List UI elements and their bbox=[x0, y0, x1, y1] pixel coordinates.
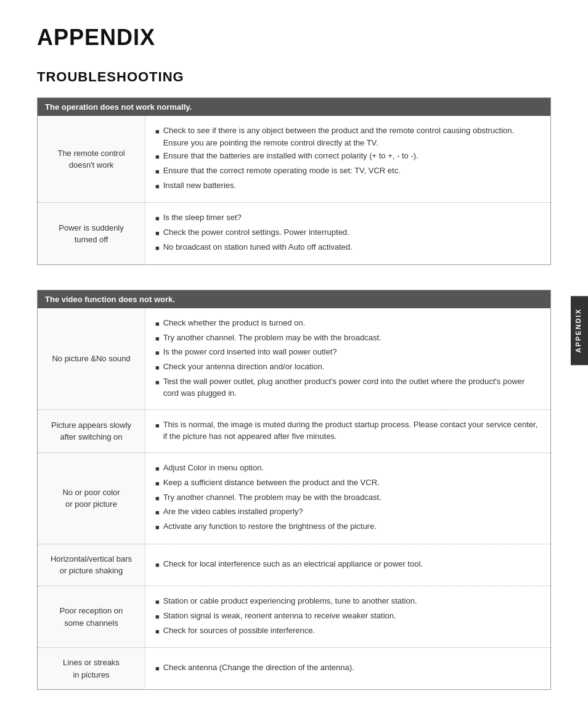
solution-item: ■Try another channel. The problem may be… bbox=[155, 491, 541, 505]
bullet-icon: ■ bbox=[155, 318, 160, 330]
table-operation: The operation does not work normally. Th… bbox=[37, 97, 551, 265]
solution-text: Keep a sufficient distance between the p… bbox=[163, 477, 380, 489]
table-row-solutions: ■Adjust Color in menu option.■Keep a suf… bbox=[145, 453, 551, 544]
solution-item: ■Activate any function to restore the br… bbox=[155, 520, 541, 534]
table-row-solutions: ■Check for local interference such as an… bbox=[145, 544, 551, 586]
solution-item: ■Station signal is weak, reorient antenn… bbox=[155, 610, 541, 623]
table-row-issue: No or poor coloror poor picture bbox=[38, 453, 145, 544]
solution-text: Ensure that the correct remote operating… bbox=[163, 165, 401, 177]
solution-text: Adjust Color in menu option. bbox=[163, 462, 264, 474]
bullet-icon: ■ bbox=[155, 663, 160, 675]
bullet-icon: ■ bbox=[155, 626, 160, 638]
table-row-issue: Poor reception onsome channels bbox=[38, 586, 145, 647]
table-row-issue: No picture &No sound bbox=[38, 308, 145, 410]
bullet-icon: ■ bbox=[155, 151, 160, 163]
solution-item: ■Is the power cord inserted into wall po… bbox=[155, 346, 541, 359]
table-row-solutions: ■Check antenna (Change the direction of … bbox=[145, 648, 551, 690]
solution-item: ■Ensure that the correct remote operatin… bbox=[155, 165, 541, 178]
solution-text: Check your antenna direction and/or loca… bbox=[163, 361, 325, 373]
bullet-icon: ■ bbox=[155, 333, 160, 345]
table1-header: The operation does not work normally. bbox=[38, 98, 551, 117]
solution-item: ■Check for local interference such as an… bbox=[155, 558, 541, 572]
solution-item: ■Check whether the product is turned on. bbox=[155, 317, 541, 330]
bullet-icon: ■ bbox=[155, 493, 160, 505]
table-row-issue: Lines or streaksin pictures bbox=[38, 648, 145, 690]
solution-item: ■Check antenna (Change the direction of … bbox=[155, 662, 541, 675]
solution-text: Check for sources of possible interferen… bbox=[163, 625, 315, 637]
solution-item: ■Test the wall power outlet, plug anothe… bbox=[155, 375, 541, 399]
page-title: APPENDIX bbox=[37, 25, 551, 51]
table-row-solutions: ■Check to see if there is any object bet… bbox=[145, 116, 551, 203]
table-row-issue: Horizontal/vertical barsor picture shaki… bbox=[38, 544, 145, 586]
table-row-solutions: ■Station or cable product experiencing p… bbox=[145, 586, 551, 647]
bullet-icon: ■ bbox=[155, 377, 160, 389]
solution-item: ■Ensure that the batteries are installed… bbox=[155, 150, 541, 163]
solution-text: Check for local interference such as an … bbox=[163, 558, 423, 570]
solution-text: Check the power control settings. Power … bbox=[163, 226, 349, 239]
solution-text: Are the video cables installed properly? bbox=[163, 506, 303, 518]
table2-header: The video function does not work. bbox=[38, 290, 551, 308]
table-row-solutions: ■Check whether the product is turned on.… bbox=[145, 308, 551, 410]
page-container: APPENDIX TROUBLESHOOTING The operation d… bbox=[0, 0, 588, 717]
solution-item: ■Check your antenna direction and/or loc… bbox=[155, 361, 541, 374]
table-video: The video function does not work. No pic… bbox=[37, 290, 551, 690]
bullet-icon: ■ bbox=[155, 181, 160, 193]
solution-item: ■Is the sleep timer set? bbox=[155, 211, 541, 225]
solution-text: Install new batteries. bbox=[163, 179, 237, 192]
table-row-solutions: ■Is the sleep timer set?■Check the power… bbox=[145, 203, 551, 264]
solution-text: Test the wall power outlet, plug another… bbox=[163, 375, 541, 399]
solution-text: Ensure that the batteries are installed … bbox=[163, 150, 419, 162]
solution-item: ■Adjust Color in menu option. bbox=[155, 462, 541, 475]
bullet-icon: ■ bbox=[155, 347, 160, 359]
solution-item: ■Are the video cables installed properly… bbox=[155, 506, 541, 519]
solution-text: Is the sleep timer set? bbox=[163, 211, 242, 224]
solution-text: Check whether the product is turned on. bbox=[163, 317, 306, 329]
bullet-icon: ■ bbox=[155, 478, 160, 490]
side-tab-appendix: APPENDIX bbox=[571, 296, 588, 365]
bullet-icon: ■ bbox=[155, 596, 160, 608]
bullet-icon: ■ bbox=[155, 362, 160, 374]
solution-item: ■Check the power control settings. Power… bbox=[155, 226, 541, 240]
solution-text: Try another channel. The problem may be … bbox=[163, 332, 382, 344]
solution-text: This is normal, the image is muted durin… bbox=[163, 419, 541, 443]
solution-item: ■This is normal, the image is muted duri… bbox=[155, 419, 541, 443]
solution-item: ■Station or cable product experiencing p… bbox=[155, 595, 541, 608]
solution-text: Check to see if there is any object betw… bbox=[163, 125, 541, 149]
solution-text: Station signal is weak, reorient antenna… bbox=[163, 610, 396, 622]
table-row-issue: Power is suddenlyturned off bbox=[38, 203, 145, 264]
bullet-icon: ■ bbox=[155, 166, 160, 178]
solution-text: Activate any function to restore the bri… bbox=[163, 520, 377, 533]
solution-text: Station or cable product experiencing pr… bbox=[163, 595, 417, 607]
bullet-icon: ■ bbox=[155, 126, 160, 138]
solution-text: No broadcast on station tuned with Auto … bbox=[163, 241, 353, 253]
bullet-icon: ■ bbox=[155, 522, 160, 534]
solution-text: Is the power cord inserted into wall pow… bbox=[163, 346, 337, 358]
table-row-solutions: ■This is normal, the image is muted duri… bbox=[145, 409, 551, 453]
solution-item: ■Check to see if there is any object bet… bbox=[155, 125, 541, 149]
solution-item: ■Try another channel. The problem may be… bbox=[155, 332, 541, 345]
bullet-icon: ■ bbox=[155, 559, 160, 572]
solution-text: Try another channel. The problem may be … bbox=[163, 491, 382, 504]
section-title: TROUBLESHOOTING bbox=[37, 69, 551, 85]
bullet-icon: ■ bbox=[155, 611, 160, 623]
bullet-icon: ■ bbox=[155, 213, 160, 225]
solution-text: Check antenna (Change the direction of t… bbox=[163, 662, 354, 674]
table-row-issue: The remote controldoesn't work bbox=[38, 116, 145, 203]
bullet-icon: ■ bbox=[155, 507, 160, 519]
solution-item: ■No broadcast on station tuned with Auto… bbox=[155, 241, 541, 255]
bullet-icon: ■ bbox=[155, 420, 160, 432]
bullet-icon: ■ bbox=[155, 227, 160, 240]
bullet-icon: ■ bbox=[155, 463, 160, 475]
bullet-icon: ■ bbox=[155, 242, 160, 255]
solution-item: ■Install new batteries. bbox=[155, 179, 541, 193]
table-row-issue: Picture appears slowlyafter switching on bbox=[38, 409, 145, 453]
solution-item: ■Keep a sufficient distance between the … bbox=[155, 477, 541, 490]
solution-item: ■Check for sources of possible interfere… bbox=[155, 625, 541, 638]
